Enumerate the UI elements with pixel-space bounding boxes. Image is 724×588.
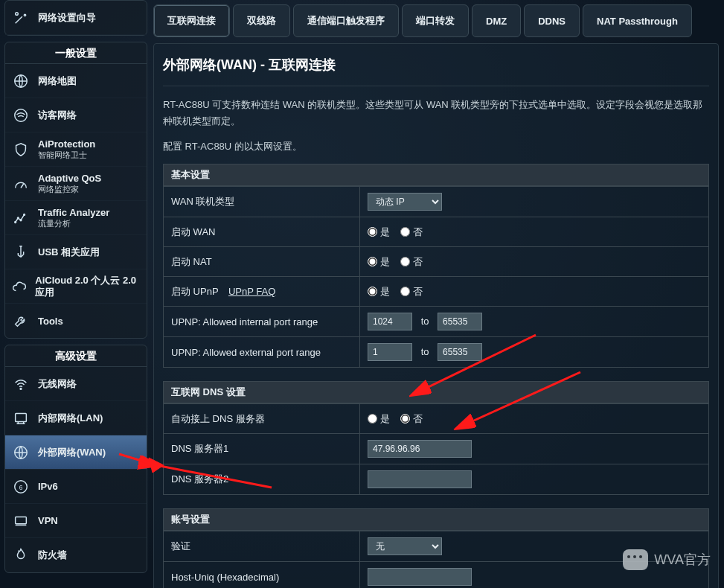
sidebar-item-label: AiProtection [38,138,95,150]
radio-label: 是 [380,412,390,426]
hostuniq-input[interactable] [368,568,472,586]
auto-dns-yes[interactable]: 是 [368,412,390,426]
cloud-icon [11,277,28,296]
sidebar-network-wizard[interactable]: 网络设置向导 [5,1,147,35]
tab-nat-pass[interactable]: NAT Passthrough [583,4,692,37]
wan-type-select[interactable]: 动态 IP [368,193,442,211]
wrench-icon [11,311,31,330]
radio-yes[interactable] [368,287,377,296]
radio-label: 否 [413,285,423,298]
radio-no[interactable] [400,257,410,266]
sidebar-item-tools[interactable]: Tools [5,304,147,338]
enable-wan-yes[interactable]: 是 [368,226,390,239]
watermark-text: WVA官方 [654,551,711,569]
sidebar-item-wireless[interactable]: 无线网络 [5,367,147,401]
upnp-external-from[interactable] [368,343,412,361]
sidebar-item-label: Tools [38,316,63,327]
sidebar-item-sub: 流量分析 [38,218,109,229]
sidebar: 网络设置向导 一般设置 网络地图 访客网络 AiProtection 智能网络卫… [4,0,147,579]
sidebar-item-aicloud[interactable]: AiCloud 2.0 个人云 2.0 应用 [5,269,147,304]
sidebar-item-adaptive-qos[interactable]: Adaptive QoS 网络监控家 [5,167,147,201]
signal-icon [11,106,31,125]
sidebar-item-firewall[interactable]: 防火墙 [5,538,147,572]
section-basic: 基本设置 [163,164,709,186]
svg-point-1 [24,14,25,16]
radio-label: 否 [413,412,423,426]
to-text: to [421,346,429,357]
content: 外部网络(WAN) - 互联网连接 RT-AC88U 可支持数种连结 WAN 的… [153,43,719,588]
svg-point-0 [16,12,19,15]
ipv6-icon: 6 [11,477,31,496]
sidebar-item-label: 无线网络 [38,377,77,391]
upnp-internal-label: UPNP: Allowed internal port range [164,307,360,337]
enable-upnp-yes[interactable]: 是 [368,285,390,298]
tab-ddns[interactable]: DDNS [524,4,580,37]
dns1-label: DNS 服务器1 [164,434,360,464]
tab-label: DMZ [486,16,507,27]
globe-wan-icon [11,443,31,462]
tab-dualwan[interactable]: 双线路 [233,4,290,37]
enable-upnp-cell: 启动 UPnP UPnP FAQ [164,277,360,307]
sidebar-item-label: 内部网络(LAN) [38,412,103,425]
section-account: 账号设置 [163,508,709,531]
sidebar-item-label: Adaptive QoS [38,173,101,184]
radio-yes[interactable] [368,257,377,266]
sidebar-item-aiprotection[interactable]: AiProtection 智能网络卫士 [5,132,147,167]
auto-dns-no[interactable]: 否 [400,412,423,426]
globe-icon [11,71,31,91]
sidebar-item-traffic-analyzer[interactable]: Traffic Analyzer 流量分析 [5,201,147,235]
tab-label: NAT Passthrough [597,16,678,27]
usb-icon [11,243,31,262]
tab-label: 通信端口触发程序 [307,14,385,28]
sidebar-section-advanced: 高级设置 [5,345,147,367]
enable-upnp-label: 启动 UPnP [171,286,218,297]
dns1-input[interactable] [368,440,472,458]
sidebar-item-usb[interactable]: USB 相关应用 [5,235,147,269]
radio-no[interactable] [400,287,410,296]
radio-label: 是 [380,285,390,298]
sidebar-item-ipv6[interactable]: 6 IPv6 [5,470,147,504]
tab-internet[interactable]: 互联网连接 [153,4,230,37]
tab-label: 端口转发 [416,14,455,28]
svg-text:6: 6 [19,484,23,490]
sidebar-item-label: USB 相关应用 [38,246,100,259]
sidebar-item-wan[interactable]: 外部网络(WAN) [5,435,147,470]
sidebar-item-label: AiCloud 2.0 个人云 2.0 应用 [35,275,141,298]
tab-bar: 互联网连接 双线路 通信端口触发程序 端口转发 DMZ DDNS NAT Pas… [153,4,719,37]
auto-dns-label: 自动接上 DNS 服务器 [164,404,360,434]
sidebar-item-guest-net[interactable]: 访客网络 [5,98,147,132]
sidebar-item-vpn[interactable]: VPN [5,504,147,538]
tab-dmz[interactable]: DMZ [472,4,521,37]
sidebar-item-label: VPN [38,515,58,526]
to-text: to [421,316,429,327]
wan-type-label: WAN 联机类型 [164,187,360,217]
sidebar-item-lan[interactable]: 内部网络(LAN) [5,401,147,435]
tab-label: DDNS [538,16,566,27]
upnp-external-to[interactable] [438,343,482,361]
radio-no[interactable] [400,414,410,424]
watermark: WVA官方 [623,549,711,570]
upnp-internal-from[interactable] [368,313,412,330]
radio-yes[interactable] [368,414,377,424]
radio-no[interactable] [400,227,410,237]
sidebar-item-label: Traffic Analyzer [38,207,109,218]
page-title: 外部网络(WAN) - 互联网连接 [163,53,709,86]
upnp-faq-link[interactable]: UPnP FAQ [228,286,275,297]
enable-upnp-no[interactable]: 否 [400,285,423,298]
magic-wand-icon [11,8,31,28]
enable-nat-no[interactable]: 否 [400,255,423,269]
radio-yes[interactable] [368,227,377,237]
sidebar-item-net-map[interactable]: 网络地图 [5,64,147,98]
radio-label: 是 [380,255,390,269]
enable-wan-no[interactable]: 否 [400,226,423,239]
radio-label: 否 [413,255,423,269]
tab-port-forward[interactable]: 端口转发 [402,4,469,37]
upnp-internal-to[interactable] [438,313,482,330]
sidebar-item-label: IPv6 [38,481,58,492]
auth-select[interactable]: 无 [368,537,442,555]
tab-port-trigger[interactable]: 通信端口触发程序 [293,4,399,37]
dns2-input[interactable] [368,470,472,488]
enable-nat-yes[interactable]: 是 [368,255,390,269]
sidebar-item-sub: 网络监控家 [38,184,101,195]
page-desc-1: RT-AC88U 可支持数种连结 WAN 的联机类型。这些类型可从 WAN 联机… [163,97,709,130]
